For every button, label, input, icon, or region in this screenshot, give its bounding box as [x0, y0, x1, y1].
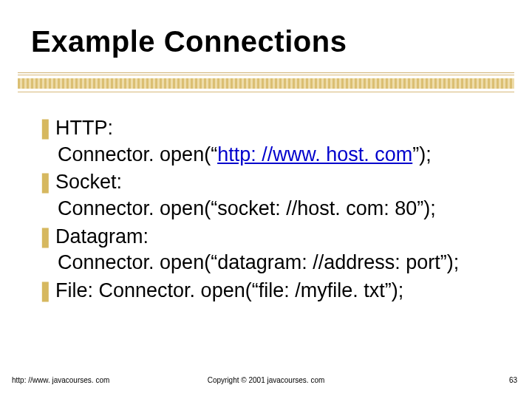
bullet-icon: ❚: [37, 279, 54, 301]
url-link[interactable]: http: //www. host. com: [217, 143, 412, 166]
bullet-icon: ❚: [37, 117, 54, 139]
item-code: Connector. open(“file: /myfile. txt”);: [99, 279, 404, 301]
code-post: ”);: [412, 143, 431, 166]
item-label: Socket:: [55, 171, 122, 193]
body-text: ❚HTTP: Connector. open(“http: //www. hos…: [37, 115, 510, 305]
list-item: ❚Socket: Connector. open(“socket: //host…: [37, 169, 510, 222]
list-item: ❚Datagram: Connector. open(“datagram: //…: [37, 224, 510, 276]
item-code: Connector. open(“socket: //host. com: 80…: [58, 196, 510, 222]
footer-center: Copyright © 2001 javacourses. com: [0, 376, 532, 384]
footer-right: 63: [509, 376, 517, 384]
slide-title: Example Connections: [31, 25, 347, 58]
bullet-icon: ❚: [37, 171, 54, 193]
list-item: ❚File: Connector. open(“file: /myfile. t…: [37, 278, 510, 304]
item-label: HTTP:: [55, 117, 113, 139]
list-item: ❚HTTP: Connector. open(“http: //www. hos…: [37, 115, 510, 168]
title-underline: [18, 72, 514, 93]
item-label: File:: [55, 279, 93, 301]
item-code: Connector. open(“http: //www. host. com”…: [58, 142, 510, 168]
code-pre: Connector. open(“: [58, 143, 217, 166]
item-label: Datagram:: [55, 225, 149, 248]
bullet-icon: ❚: [37, 225, 54, 248]
item-code: Connector. open(“datagram: //address: po…: [58, 250, 510, 276]
